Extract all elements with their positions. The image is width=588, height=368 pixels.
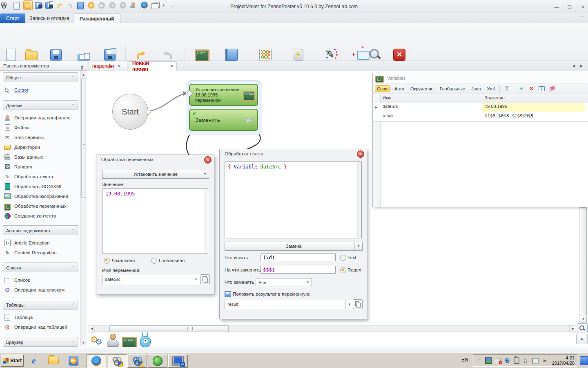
section-tables[interactable]: Таблицы⌃ [3,300,78,310]
local-radio[interactable] [104,258,110,264]
taskbar-media-player-icon[interactable] [67,355,80,366]
chevron-down-icon[interactable]: ▼ [304,278,312,287]
toolbox-item-sms[interactable]: ✉Sms-сервисы [4,132,78,142]
taskbar-zennoposter-button[interactable] [107,355,127,368]
chevron-down-icon[interactable]: ▼ [354,242,362,250]
scroll-down-icon[interactable]: ▼ [81,340,86,346]
vars-tab-own[interactable]: Свои [375,85,390,92]
section-lists[interactable]: Списки⌃ [3,263,78,272]
restore-button[interactable]: ❐ [565,4,574,10]
rename-variable-icon[interactable] [538,85,545,92]
table-row[interactable]: ▶ dateSrc 19.08.1995 [373,103,588,112]
zoom-button[interactable] [577,323,588,333]
tray-volume-icon[interactable]: 🕪 [541,357,548,364]
global-radio[interactable] [151,258,157,264]
vars-tab-json[interactable]: Json [470,85,482,92]
tab-new-project[interactable]: Новый проект✕ [129,61,177,71]
toolbox-item-image-processing[interactable]: Обработка изображений [4,191,78,201]
table-row[interactable]: result $1$9.$0$8.$1$9$9$5 [373,112,588,122]
tray-plug-icon[interactable] [513,357,520,364]
toolbox-item-directories[interactable]: Директории [4,142,78,152]
close-tab-icon[interactable]: ✕ [170,64,173,68]
tab-advanced-editor[interactable]: Расширенный редактор [73,13,120,24]
textarea-scrollbar[interactable] [357,162,361,238]
column-extra[interactable]: З [585,94,588,103]
search-input[interactable] [261,254,336,261]
textarea-scrollbar[interactable] [204,189,208,254]
language-indicator[interactable]: EN [461,357,468,363]
scroll-down-icon[interactable]: ▼ [580,316,587,323]
tray-flag-error-icon[interactable] [494,357,501,364]
tray-expand-icon[interactable]: ⌃ [476,357,482,364]
vars-tab-auto[interactable]: Авто [393,85,405,92]
source-textarea[interactable]: {-Variable.dateSrc-} [225,162,362,238]
action-dropdown[interactable]: Установить значение▼ [102,170,209,179]
tab-responder[interactable]: responder✕ [89,62,127,70]
scroll-up-icon[interactable]: ▲ [81,72,86,78]
regex-mode-radio[interactable] [340,267,346,273]
alien-mascot-icon[interactable] [139,333,151,347]
toolbox-item-table-ops[interactable]: ⚙Операции над таблицей [4,322,78,332]
column-name[interactable]: Имя [380,94,482,103]
taskbar-projectmaker-button[interactable] [168,355,188,368]
section-general[interactable]: Общее⌃ [3,72,78,82]
set-value-block[interactable]: Установить значение 19.08.1995 переменно… [189,84,258,106]
chevron-down-icon[interactable]: ▼ [201,170,209,178]
text-mode-radio[interactable] [340,255,346,261]
tray-network-icon[interactable] [532,357,539,364]
toolbox-item-json-xml[interactable]: Обработка JSON/XML [4,182,78,191]
vars-tab-xml[interactable]: Xml [486,85,496,92]
clock[interactable]: 4:21 2017/04/20 [552,355,575,366]
replace-input[interactable] [261,266,336,274]
toolbox-item-article-extraction[interactable]: Article Extraction [4,238,78,248]
toolbox-item-files[interactable]: Файлы [4,123,78,132]
toolbox-item-variable-processing[interactable]: Обработка переменных [4,201,78,211]
result-combo[interactable]: result▼ [225,300,354,309]
taskbar-firefox-button[interactable] [87,355,106,368]
taskbar-globe-button[interactable] [148,355,167,368]
show-desktop-icon[interactable] [580,356,588,365]
close-button[interactable]: ✕ [578,4,587,10]
close-dialog-icon[interactable]: ✕ [204,156,212,164]
section-browser[interactable]: Браузер⌃ [3,337,78,347]
tray-zennolab-icon[interactable] [504,357,510,364]
scope-dropdown[interactable]: Все▼ [256,278,312,287]
toolbox-item-content-creation[interactable]: Создание контента [4,211,78,221]
delete-variable-icon[interactable]: ✕ [528,85,535,92]
copy-variable-icon[interactable] [353,299,363,309]
collapse-ribbon-icon[interactable]: ⌃ [579,16,586,21]
profile-mascot-icon[interactable] [107,334,119,347]
toolbox-scrollbar[interactable]: ▲ ▼ [80,71,87,346]
mode-dropdown[interactable]: Замена▼ [225,242,363,251]
toolbox-item-list[interactable]: Список [4,275,78,285]
toolbox-item-databases[interactable]: Базы данных [4,152,78,162]
tray-cursor-icon[interactable] [523,357,529,364]
filter-icon[interactable] [503,85,510,92]
vars-tab-environment[interactable]: Окружение [409,85,435,92]
tray-display-icon[interactable] [485,357,492,364]
value-textarea[interactable]: 19.08.1995 [102,188,208,254]
toolbox-item-list-ops[interactable]: ⚙Операции над списком [4,285,78,295]
chevron-down-icon[interactable]: ▼ [345,300,353,309]
section-content-analysis[interactable]: Анализ содержимого⌃ [3,225,78,235]
tab-record-debug[interactable]: Запись и отладка [26,13,73,23]
close-dialog-icon[interactable]: ✕ [357,150,364,158]
taskbar-internet-explorer-icon[interactable]: e [27,355,41,366]
scroll-right-icon[interactable]: ▶ [570,325,576,332]
toolbox-item-context-recognition[interactable]: ✎Context Recognition [4,248,78,258]
start-node[interactable]: Start [112,94,148,130]
column-value[interactable]: Значение [482,94,585,103]
tab-start[interactable]: Старт [0,13,25,23]
copy-variable-icon[interactable] [200,274,210,284]
gears-icon[interactable]: ⚙ ⚙ [90,334,105,347]
toolbox-item-cursor[interactable]: Cursor [4,85,78,95]
replace-block[interactable]: ✔ Заменить ✒ [189,109,258,131]
tab-scroll-right-icon[interactable]: ▶ [579,63,584,69]
minimize-button[interactable]: — [552,4,561,10]
expand-panel-button[interactable]: ▲ [576,334,588,344]
taskbar-zennoposter2-button[interactable] [127,355,147,368]
vars-tab-global[interactable]: Глобальные [439,85,466,92]
variable-name-combo[interactable]: dateSrc▼ [102,275,200,284]
start-button[interactable]: Start [1,355,24,367]
chevron-down-icon[interactable]: ▼ [192,275,200,284]
